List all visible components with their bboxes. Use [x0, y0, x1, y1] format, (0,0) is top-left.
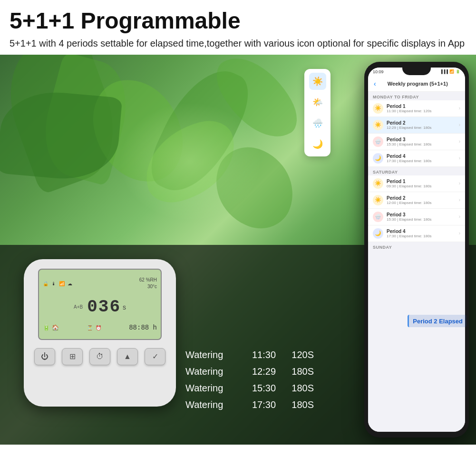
humidity-reading: 62 %RH	[139, 277, 157, 283]
device-buttons: ⏻ ⊞ ⏱ ▲ ✓	[34, 348, 165, 365]
up-button[interactable]: ▲	[117, 348, 138, 365]
device-screen: 🔒 🌡 📶 ☁ 62 %RH 30°c A+B 036 s 🔋 🏠	[38, 269, 162, 340]
phone-content: Monday To Friday ☀️ Period 1 11:30 | Ela…	[368, 92, 465, 432]
battery-status-icon: 🔋	[456, 69, 460, 74]
period4-icon: 🌙	[373, 153, 383, 164]
timer-button[interactable]: ⏱	[89, 348, 110, 365]
watering-row-4: Watering 17:30 180S	[185, 399, 333, 410]
period2-subtitle: 12:29 | Elapsed time: 180s	[387, 126, 459, 130]
chevron-right-sat-1: ›	[459, 181, 460, 186]
device-display-number: 036	[87, 297, 121, 317]
period1-info: Period 1 11:30 | Elapsed time: 120s	[387, 104, 459, 113]
sat-p1-info: Period 1 09:30 | Elapsed time: 180s	[387, 179, 459, 188]
temp-reading: 30°c	[139, 283, 157, 290]
sat-p1-title: Period 1	[387, 179, 459, 184]
period3-subtitle: 15:30 | Elapsed time: 180s	[387, 142, 459, 146]
wifi-icon: 📶	[59, 281, 65, 286]
chevron-right-sat-3: ›	[459, 214, 460, 219]
sat-p4-icon: 🌙	[373, 228, 383, 239]
period3-info: Period 3 15:30 | Elapsed time: 180s	[387, 137, 459, 146]
power-button[interactable]: ⏻	[34, 348, 55, 365]
watering-duration-2: 180S	[281, 366, 314, 377]
sat-p2-subtitle: 12:00 | Elapsed time: 180s	[387, 201, 459, 205]
period-4-weekday[interactable]: 🌙 Period 4 17:30 | Elapsed time: 180s ›	[368, 150, 465, 167]
sat-p2-info: Period 2 12:00 | Elapsed time: 180s	[387, 195, 459, 205]
device-unit: s	[123, 303, 126, 311]
device-ab-label: A+B	[74, 304, 83, 310]
sat-period-3[interactable]: 🌧️ Period 3 15:30 | Elapsed time: 180s ›	[368, 209, 465, 225]
watering-row-3: Watering 15:30 180S	[185, 383, 333, 394]
watering-time-3: 15:30	[247, 383, 281, 394]
cloud-icon: ☁	[68, 281, 72, 286]
main-title: 5+1+1 Programmable	[10, 9, 466, 34]
period1-icon: ☀️	[373, 103, 383, 114]
chevron-right-icon: ›	[459, 106, 460, 111]
icon-panel: ☀️ 🌤️ 🌧️ 🌙	[304, 69, 330, 156]
temp-icon: 🌡	[51, 281, 56, 286]
image-area: 🔒 🌡 📶 ☁ 62 %RH 30°c A+B 036 s 🔋 🏠	[0, 55, 476, 445]
status-icons: ▐▐▐ 📶 🔋	[440, 69, 460, 74]
period4-subtitle: 17:30 | Elapsed time: 180s	[387, 159, 459, 163]
phone-time: 10:09	[373, 69, 384, 74]
wifi-status-icon: 📶	[449, 69, 454, 74]
watering-row-2: Watering 12:29 180S	[185, 366, 333, 377]
sub-title: 5+1+1 with 4 periods settable for elapse…	[10, 37, 466, 50]
period4-title: Period 4	[387, 154, 459, 159]
grid-button[interactable]: ⊞	[62, 348, 83, 365]
watering-row-1: Watering 11:30 120S	[185, 350, 333, 360]
confirm-button[interactable]: ✓	[145, 348, 165, 365]
period4-info: Period 4 17:30 | Elapsed time: 180s	[387, 154, 459, 163]
watering-duration-3: 180S	[281, 383, 314, 394]
watering-time-2: 12:29	[247, 366, 281, 377]
watering-label-3: Watering	[185, 383, 247, 394]
sat-period-1[interactable]: ☀️ Period 1 09:30 | Elapsed time: 180s ›	[368, 175, 465, 192]
watering-time-1: 11:30	[247, 350, 281, 360]
sat-p3-title: Period 3	[387, 212, 459, 217]
panel-icon-sun[interactable]: ☀️	[309, 73, 326, 90]
panel-icon-rain[interactable]: 🌧️	[309, 115, 326, 132]
screen-top-icons: 🔒 🌡 📶 ☁	[43, 281, 72, 286]
period2-info: Period 2 12:29 | Elapsed time: 180s	[387, 120, 459, 130]
sat-p3-subtitle: 15:30 | Elapsed time: 180s	[387, 217, 459, 222]
sat-period-4[interactable]: 🌙 Period 4 17:30 | Elapsed time: 180s ›	[368, 225, 465, 242]
panel-icon-partly-cloudy[interactable]: 🌤️	[309, 94, 326, 111]
header-section: 5+1+1 Programmable 5+1+1 with 4 periods …	[0, 0, 476, 55]
chevron-right-icon-4: ›	[459, 155, 460, 161]
saturday-list: ☀️ Period 1 09:30 | Elapsed time: 180s ›…	[368, 175, 465, 242]
section-header-saturday: Saturday	[368, 167, 465, 175]
period2-elapsed-badge: Period 2 Elapsed	[408, 315, 466, 327]
period2-elapsed-label: Period 2 Elapsed	[413, 318, 463, 325]
period3-icon: 🌧️	[373, 136, 383, 147]
sat-p1-subtitle: 09:30 | Elapsed time: 180s	[387, 184, 459, 188]
watering-label-2: Watering	[185, 366, 247, 377]
panel-icon-moon[interactable]: 🌙	[309, 136, 326, 153]
clock-display: 88:88 h	[129, 324, 157, 331]
period2-icon: ☀️	[373, 120, 383, 130]
watering-panel: Watering 11:30 120S Watering 12:29 180S …	[185, 350, 333, 416]
sat-p4-title: Period 4	[387, 229, 459, 234]
sat-p3-info: Period 3 15:30 | Elapsed time: 180s	[387, 212, 459, 222]
device: 🔒 🌡 📶 ☁ 62 %RH 30°c A+B 036 s 🔋 🏠	[24, 259, 176, 407]
period-1-weekday[interactable]: ☀️ Period 1 11:30 | Elapsed time: 120s ›	[368, 100, 465, 117]
screen-bottom: 🔋 🏠 ⏳ ⏰ 88:88 h	[43, 324, 157, 331]
period2-title: Period 2	[387, 120, 459, 126]
chevron-right-icon-3: ›	[459, 139, 460, 144]
chevron-right-icon-2: ›	[459, 122, 460, 127]
watering-time-4: 17:30	[247, 399, 281, 410]
home-icon: 🏠	[52, 324, 59, 331]
weekday-list: ☀️ Period 1 11:30 | Elapsed time: 120s ›…	[368, 100, 465, 167]
nav-title: Weekly program (5+1+1)	[376, 81, 459, 87]
phone-screen: 10:09 ▐▐▐ 📶 🔋 ‹ Weekly program (5+1+1) M…	[368, 68, 465, 432]
battery-signal-icons: 🔋 🏠	[43, 324, 59, 331]
sat-p2-icon: ☀️	[373, 195, 383, 205]
period-2-weekday[interactable]: ☀️ Period 2 12:29 | Elapsed time: 180s ›	[368, 117, 465, 134]
chevron-right-sat-4: ›	[459, 231, 460, 236]
section-header-weekdays: Monday To Friday	[368, 92, 465, 100]
phone-mockup: 10:09 ▐▐▐ 📶 🔋 ‹ Weekly program (5+1+1) M…	[364, 62, 469, 437]
screen-readings: 62 %RH 30°c	[139, 277, 157, 290]
sat-period-2[interactable]: ☀️ Period 2 12:00 | Elapsed time: 180s ›	[368, 192, 465, 209]
right-icons: ⏳ ⏰	[87, 325, 101, 330]
period3-title: Period 3	[387, 137, 459, 142]
period-3-weekday[interactable]: 🌧️ Period 3 15:30 | Elapsed time: 180s ›	[368, 134, 465, 150]
watering-duration-4: 180S	[281, 399, 314, 410]
